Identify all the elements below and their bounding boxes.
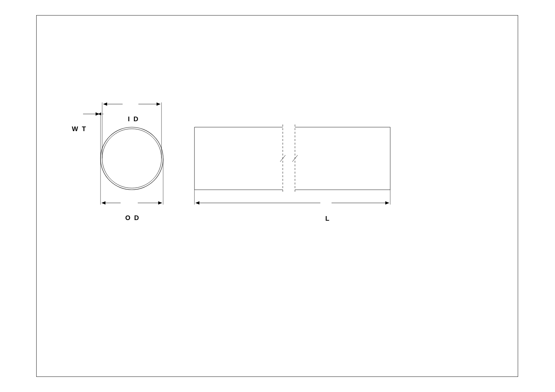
inner-circle (102, 129, 161, 188)
wt-arrow-right (98, 113, 101, 115)
drawing-svg (36, 15, 518, 377)
outer-circle (101, 127, 163, 190)
